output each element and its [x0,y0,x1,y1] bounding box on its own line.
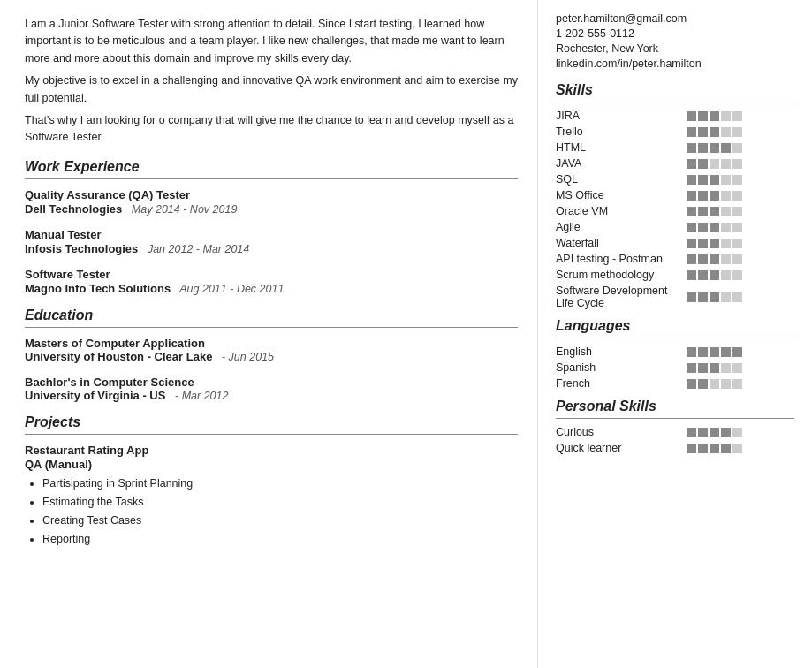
skill-bar [732,270,742,280]
job-dates-2: Jan 2012 - Mar 2014 [141,243,249,255]
edu-dates-1: - Jun 2015 [216,351,274,363]
skill-bar [732,127,742,137]
work-experience-title: Work Experience [25,159,518,175]
language-row: French [556,377,794,390]
skill-bar [710,270,719,280]
personal-skill-bars [687,428,742,437]
bullet-reporting: Reporting [42,530,518,549]
skill-bar [687,175,696,185]
skill-bar [721,444,731,453]
personal-skill-name: Quick learner [556,442,687,454]
personal-skills-title: Personal Skills [556,399,794,414]
skill-row: JIRA [556,110,794,122]
language-bars [687,347,742,357]
edu-entry-1: Masters of Computer Application Universi… [25,337,518,363]
skill-bar [710,175,719,185]
left-column: I am a Junior Software Tester with stron… [0,0,538,668]
skill-bar [721,175,731,185]
summary-section: I am a Junior Software Tester with stron… [25,16,518,147]
skill-bar [687,159,696,169]
skill-name: JIRA [556,110,687,122]
skill-bar [710,379,719,389]
skill-bar [732,363,742,373]
skill-bar [721,428,731,437]
skill-name: Scrum methodology [556,269,687,281]
edu-institution-2: University of Virginia - US [25,389,165,402]
skill-bars [687,159,742,169]
skill-name: SQL [556,173,687,186]
skill-bar [721,127,731,137]
skill-bar [687,239,696,248]
work-experience-section: Work Experience Quality Assurance (QA) T… [25,159,518,295]
right-column: peter.hamilton@gmail.com 1-202-555-0112 … [538,0,812,668]
job-company-dates-1: Dell Technologies May 2014 - Nov 2019 [25,202,518,216]
contact-location: Rochester, New York [556,42,794,55]
skills-list: JIRA Trello HTML JAVA SQL MS Office Orac… [556,110,794,309]
skill-bar [698,175,708,185]
skill-bar [698,292,708,302]
skill-bar [710,191,719,201]
skill-bar [710,239,719,248]
skill-bar [710,159,719,169]
languages-section: Languages English Spanish French [556,318,794,390]
skill-bar [687,254,696,264]
edu-degree-1: Masters of Computer Application [25,337,518,350]
skills-section: Skills JIRA Trello HTML JAVA SQL MS Offi… [556,82,794,309]
resume-container: I am a Junior Software Tester with stron… [0,0,812,668]
skill-bar [721,111,731,121]
skill-bar [732,347,742,357]
project-type-1: QA (Manual) [25,458,518,471]
skill-bar [732,444,742,453]
bullet-estimating-tasks: Estimating the Tasks [42,493,518,512]
skill-bar [710,223,719,232]
personal-skills-section: Personal Skills Curious Quick learner [556,399,794,454]
language-row: English [556,345,794,358]
skill-bar [732,191,742,201]
skill-bar [698,239,708,248]
job-title-2: Manual Tester [25,228,518,241]
skill-bars [687,254,742,264]
skill-row: HTML [556,141,794,154]
skill-name: Agile [556,221,687,233]
languages-list: English Spanish French [556,345,794,390]
job-company-3: Magno Info Tech Solutions [25,282,171,295]
skill-bar [687,363,696,373]
skill-bar [687,223,696,232]
skill-bar [698,207,708,216]
skill-bars [687,223,742,232]
skill-bar [721,270,731,280]
skill-bar [710,428,719,437]
skill-bars [687,191,742,201]
personal-skills-divider [556,418,794,419]
language-bars [687,363,742,373]
skill-bar [721,207,731,216]
skill-bar [732,111,742,121]
skill-bars [687,143,742,153]
personal-skill-row: Quick learner [556,442,794,454]
skills-divider [556,102,794,102]
skill-bar [698,347,708,357]
job-company-1: Dell Technologies [25,202,122,216]
skill-bar [732,175,742,185]
job-title-1: Quality Assurance (QA) Tester [25,188,518,201]
skill-row: API testing - Postman [556,253,794,265]
projects-divider [25,434,518,435]
languages-divider [556,338,794,338]
skill-bar [732,239,742,248]
skill-bar [721,239,731,248]
skill-bar [698,143,708,153]
skill-bar [732,143,742,153]
skill-bar [732,428,742,437]
language-name: French [556,377,687,390]
skill-bar [721,379,731,389]
skill-bars [687,207,742,216]
skill-bar [710,127,719,137]
skill-bars [687,127,742,137]
skill-bar [732,379,742,389]
job-entry-1: Quality Assurance (QA) Tester Dell Techn… [25,188,518,216]
skill-bars [687,292,742,302]
skill-name: Oracle VM [556,205,687,217]
skill-bar [698,191,708,201]
skill-bar [698,379,708,389]
skill-bars [687,270,742,280]
